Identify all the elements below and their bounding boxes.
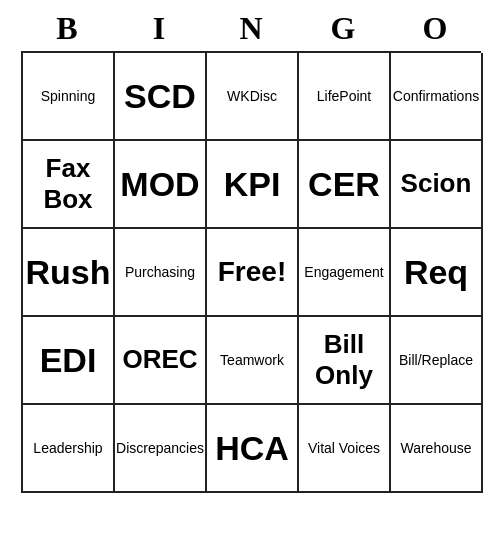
bingo-grid: SpinningSCDWKDiscLifePointConfirmationsF…	[21, 51, 481, 493]
cell-1-4[interactable]: Scion	[391, 141, 483, 229]
bingo-header: B I N G O	[21, 10, 481, 47]
cell-3-2[interactable]: Teamwork	[207, 317, 299, 405]
cell-4-3[interactable]: Vital Voices	[299, 405, 391, 493]
cell-2-3[interactable]: Engagement	[299, 229, 391, 317]
header-g: G	[299, 10, 387, 47]
cell-0-1[interactable]: SCD	[115, 53, 207, 141]
cell-2-1[interactable]: Purchasing	[115, 229, 207, 317]
cell-0-2[interactable]: WKDisc	[207, 53, 299, 141]
cell-2-4[interactable]: Req	[391, 229, 483, 317]
cell-4-2[interactable]: HCA	[207, 405, 299, 493]
cell-1-0[interactable]: Fax Box	[23, 141, 115, 229]
cell-2-2[interactable]: Free!	[207, 229, 299, 317]
cell-4-0[interactable]: Leadership	[23, 405, 115, 493]
cell-0-0[interactable]: Spinning	[23, 53, 115, 141]
cell-3-3[interactable]: Bill Only	[299, 317, 391, 405]
header-o: O	[391, 10, 479, 47]
cell-4-4[interactable]: Warehouse	[391, 405, 483, 493]
header-b: B	[23, 10, 111, 47]
header-n: N	[207, 10, 295, 47]
cell-0-4[interactable]: Confirmations	[391, 53, 483, 141]
cell-3-4[interactable]: Bill/Replace	[391, 317, 483, 405]
cell-1-1[interactable]: MOD	[115, 141, 207, 229]
cell-1-2[interactable]: KPI	[207, 141, 299, 229]
header-i: I	[115, 10, 203, 47]
cell-4-1[interactable]: Discrepancies	[115, 405, 207, 493]
cell-3-1[interactable]: OREC	[115, 317, 207, 405]
cell-1-3[interactable]: CER	[299, 141, 391, 229]
cell-0-3[interactable]: LifePoint	[299, 53, 391, 141]
cell-2-0[interactable]: Rush	[23, 229, 115, 317]
cell-3-0[interactable]: EDI	[23, 317, 115, 405]
